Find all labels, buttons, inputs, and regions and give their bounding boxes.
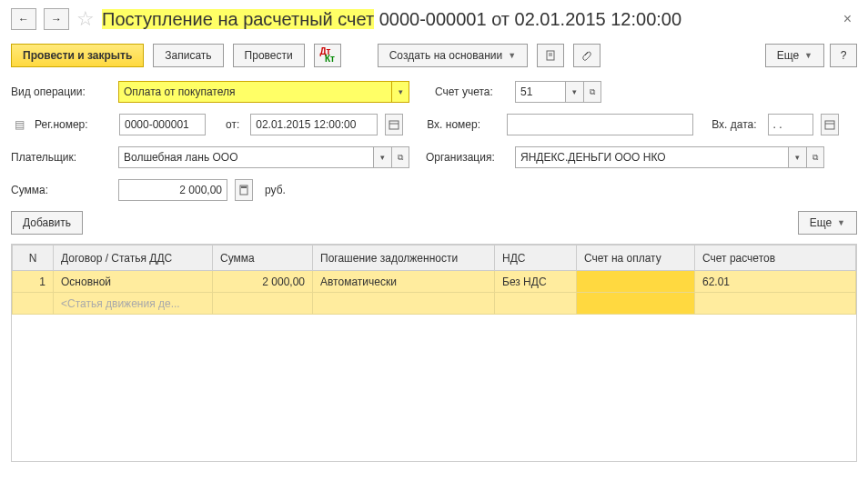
- payer-dropdown-button[interactable]: ▾: [373, 146, 391, 168]
- org-label: Организация:: [426, 151, 508, 164]
- col-vat[interactable]: НДС: [495, 246, 577, 271]
- account-label: Счет учета:: [435, 85, 508, 98]
- create-based-on-button[interactable]: Создать на основании▼: [378, 44, 528, 67]
- in-no-input[interactable]: [507, 114, 693, 135]
- payer-label: Плательщик:: [11, 151, 111, 164]
- account-input[interactable]: 51: [515, 81, 565, 103]
- in-date-input[interactable]: . .: [768, 114, 813, 135]
- col-contract[interactable]: Договор / Статья ДДС: [54, 246, 213, 271]
- favorite-star-icon[interactable]: ☆: [76, 7, 95, 31]
- reg-no-label: Рег.номер:: [35, 118, 112, 131]
- from-label: от:: [226, 118, 239, 131]
- account-dropdown-button[interactable]: ▾: [565, 81, 583, 103]
- calculator-button[interactable]: [235, 179, 253, 201]
- more-button[interactable]: Еще▼: [765, 44, 824, 67]
- op-type-label: Вид операции:: [11, 85, 111, 98]
- op-type-input[interactable]: Оплата от покупателя: [118, 81, 391, 103]
- close-button[interactable]: ×: [838, 11, 857, 27]
- payer-open-button[interactable]: ⧉: [391, 146, 409, 168]
- op-type-field[interactable]: Оплата от покупателя ▾: [118, 81, 409, 103]
- table-header-row: N Договор / Статья ДДС Сумма Погашение з…: [13, 246, 856, 271]
- col-n[interactable]: N: [13, 246, 54, 271]
- calculator-icon: [238, 185, 249, 195]
- table-row-sub[interactable]: <Статья движения де...: [13, 293, 856, 315]
- document-icon: [545, 50, 556, 61]
- calendar-icon: [389, 119, 399, 130]
- chevron-down-icon: ▼: [804, 51, 812, 60]
- post-button[interactable]: Провести: [233, 44, 305, 67]
- org-dropdown-button[interactable]: ▾: [788, 146, 806, 168]
- table-row[interactable]: 1 Основной 2 000,00 Автоматически Без НД…: [13, 271, 856, 293]
- col-sum[interactable]: Сумма: [213, 246, 313, 271]
- svg-rect-5: [825, 121, 834, 129]
- calendar-icon-button-2[interactable]: [821, 114, 839, 135]
- from-date-input[interactable]: 02.01.2015 12:00:00: [250, 114, 378, 135]
- sum-input[interactable]: 2 000,00: [118, 179, 227, 201]
- col-invoice[interactable]: Счет на оплату: [577, 246, 695, 271]
- reg-no-input[interactable]: 0000-000001: [119, 114, 206, 135]
- calendar-icon: [824, 119, 835, 130]
- page-title: Поступление на расчетный счет 0000-00000…: [102, 9, 681, 30]
- org-open-button[interactable]: ⧉: [806, 146, 824, 168]
- in-date-label: Вх. дата:: [712, 118, 756, 131]
- table-more-button[interactable]: Еще▼: [798, 211, 857, 235]
- payer-field[interactable]: Волшебная лань ООО ▾ ⧉: [118, 146, 409, 168]
- col-settle[interactable]: Счет расчетов: [695, 246, 856, 271]
- document-icon-button[interactable]: [537, 44, 564, 67]
- org-input[interactable]: ЯНДЕКС.ДЕНЬГИ ООО НКО: [515, 146, 788, 168]
- cell-vat[interactable]: Без НДС: [495, 271, 577, 293]
- col-repay[interactable]: Погашение задолженности: [313, 246, 495, 271]
- post-and-close-button[interactable]: Провести и закрыть: [11, 44, 144, 67]
- title-highlight: Поступление на расчетный счет: [102, 9, 374, 29]
- cell-sum[interactable]: 2 000,00: [213, 271, 313, 293]
- chevron-down-icon: ▼: [837, 218, 845, 227]
- cell-contract-sub[interactable]: <Статья движения де...: [54, 293, 213, 315]
- nav-back-button[interactable]: ←: [11, 8, 36, 30]
- attachment-button[interactable]: [573, 44, 601, 67]
- cell-n[interactable]: 1: [13, 271, 54, 293]
- add-row-button[interactable]: Добавить: [11, 211, 83, 235]
- paperclip-icon: [581, 50, 592, 61]
- org-field[interactable]: ЯНДЕКС.ДЕНЬГИ ООО НКО ▾ ⧉: [515, 146, 824, 168]
- cell-settle[interactable]: 62.01: [695, 271, 856, 293]
- svg-rect-3: [389, 121, 399, 129]
- sum-label: Сумма:: [11, 184, 111, 196]
- payer-input[interactable]: Волшебная лань ООО: [118, 146, 373, 168]
- cell-contract[interactable]: Основной: [54, 271, 213, 293]
- dt-kt-icon: Дт Кт: [319, 48, 335, 63]
- account-open-button[interactable]: ⧉: [583, 81, 601, 103]
- save-button[interactable]: Записать: [153, 44, 223, 67]
- help-button[interactable]: ?: [830, 44, 857, 67]
- cell-repay[interactable]: Автоматически: [313, 271, 495, 293]
- account-field[interactable]: 51 ▾ ⧉: [515, 81, 601, 103]
- list-marker-icon: ▤: [11, 116, 27, 133]
- calendar-icon-button[interactable]: [385, 114, 403, 135]
- svg-rect-8: [241, 186, 247, 188]
- cell-invoice[interactable]: [577, 271, 695, 293]
- details-table[interactable]: N Договор / Статья ДДС Сумма Погашение з…: [11, 244, 857, 462]
- currency-label: руб.: [265, 184, 286, 196]
- op-type-dropdown-button[interactable]: ▾: [391, 81, 409, 103]
- dt-kt-button[interactable]: Дт Кт: [314, 44, 341, 67]
- in-no-label: Вх. номер:: [427, 118, 500, 131]
- chevron-down-icon: ▼: [508, 51, 516, 60]
- nav-forward-button[interactable]: →: [44, 8, 69, 30]
